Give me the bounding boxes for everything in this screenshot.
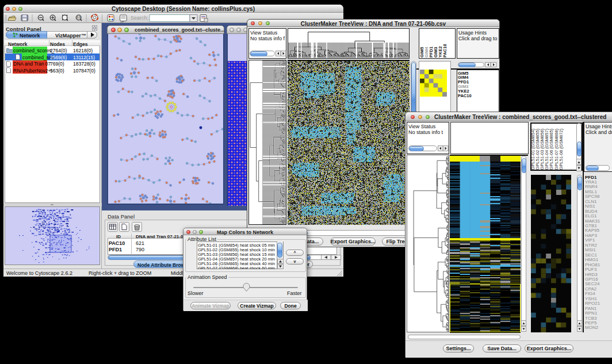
svg-text:Search:: Search: xyxy=(131,15,148,21)
svg-text:1:1: 1:1 xyxy=(76,16,81,19)
svg-text:GPL51-08 (GSM872): GPL51-08 (GSM872) xyxy=(559,128,564,170)
svg-text:PAC10: PAC10 xyxy=(442,44,447,58)
